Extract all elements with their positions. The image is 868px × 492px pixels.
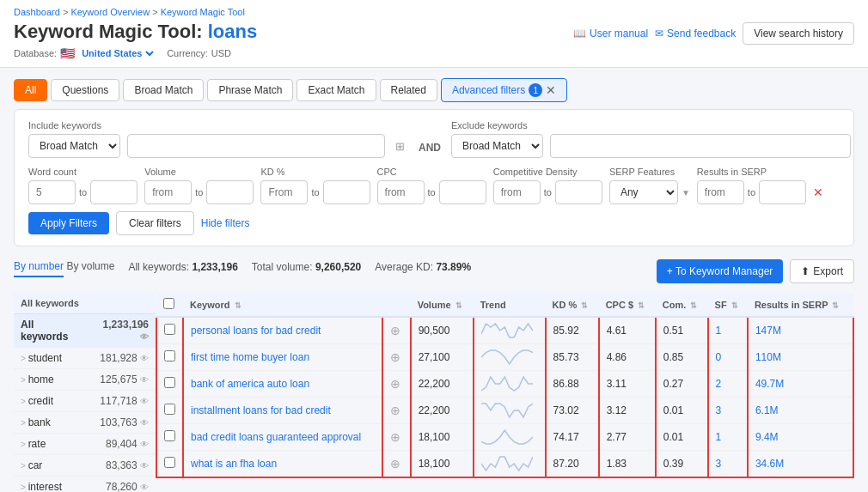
apply-filters-button[interactable]: Apply Filters — [28, 212, 109, 234]
eye-icon[interactable]: 👁 — [140, 397, 149, 406]
hide-filters-button[interactable]: Hide filters — [201, 217, 250, 229]
row-checkbox[interactable] — [164, 457, 175, 468]
eye-icon[interactable]: 👁 — [140, 375, 149, 385]
cpc-cell: 2.77 — [599, 424, 656, 451]
advanced-filters-button[interactable]: Advanced filters 1 ✕ — [441, 78, 567, 102]
close-filters-button[interactable]: ✕ — [546, 83, 556, 97]
word-count-from[interactable] — [28, 180, 76, 204]
col-sf[interactable]: SF ⇅ — [708, 293, 748, 317]
tabs-row: All Questions Broad Match Phrase Match E… — [14, 68, 854, 109]
sf-cell: 3 — [708, 451, 748, 478]
keyword-link[interactable]: personal loans for bad credit — [191, 325, 321, 337]
row-checkbox[interactable] — [164, 404, 175, 415]
results-serp-link[interactable]: 49.7M — [755, 378, 784, 390]
send-feedback-button[interactable]: ✉ Send feedback — [655, 27, 736, 39]
include-type-select[interactable]: Broad Match — [28, 134, 120, 158]
col-cpc[interactable]: CPC $ ⇅ — [599, 293, 656, 317]
eye-icon[interactable]: 👁 — [140, 332, 149, 342]
tab-phrase-match[interactable]: Phrase Match — [207, 79, 293, 101]
sidebar-item[interactable]: > rate 89,404 👁 — [14, 434, 156, 455]
add-keyword-icon[interactable]: ⊕ — [390, 430, 400, 444]
kd-to[interactable] — [323, 180, 370, 204]
row-checkbox[interactable] — [164, 324, 175, 335]
add-keyword-icon[interactable]: ⊕ — [390, 350, 400, 364]
keyword-link[interactable]: installment loans for bad credit — [191, 404, 331, 416]
group-by-volume-button[interactable]: By volume — [66, 257, 114, 277]
select-all-checkbox[interactable] — [163, 298, 174, 309]
keyword-link[interactable]: first time home buyer loan — [191, 351, 309, 363]
table-actions: + To Keyword Manager ⬆ Export — [657, 259, 854, 283]
col-com[interactable]: Com. ⇅ — [656, 293, 708, 317]
tab-related[interactable]: Related — [380, 79, 437, 101]
cpc-to[interactable] — [439, 180, 486, 204]
tab-questions[interactable]: Questions — [51, 79, 119, 101]
serp-features-select[interactable]: Any — [609, 180, 678, 204]
eye-icon[interactable]: 👁 — [140, 418, 149, 428]
sf-link[interactable]: 0 — [716, 351, 722, 363]
sf-link[interactable]: 3 — [716, 404, 722, 416]
breadcrumb-dashboard[interactable]: Dashboard — [14, 7, 60, 17]
view-history-button[interactable]: View search history — [743, 22, 854, 45]
sidebar-item[interactable]: > student 181,928 👁 — [14, 348, 156, 369]
col-kd[interactable]: KD % ⇅ — [546, 293, 599, 317]
results-serp-to[interactable] — [759, 180, 806, 204]
results-serp-link[interactable]: 34.6M — [755, 458, 784, 470]
to-keyword-manager-button[interactable]: + To Keyword Manager — [657, 259, 784, 283]
tab-exact-match[interactable]: Exact Match — [296, 79, 376, 101]
user-manual-button[interactable]: 📖 User manual — [573, 27, 648, 39]
eye-icon[interactable]: 👁 — [140, 483, 149, 492]
sidebar-item[interactable]: > home 125,675 👁 — [14, 369, 156, 391]
results-serp-link[interactable]: 147M — [755, 325, 781, 337]
sf-link[interactable]: 2 — [716, 378, 722, 390]
sidebar-item[interactable]: > car 83,363 👁 — [14, 455, 156, 477]
eye-icon[interactable]: 👁 — [140, 354, 149, 363]
row-checkbox[interactable] — [164, 350, 175, 361]
export-button[interactable]: ⬆ Export — [790, 259, 854, 283]
tab-all[interactable]: All — [14, 79, 47, 101]
keyword-link[interactable]: bank of america auto loan — [191, 378, 309, 390]
add-keyword-icon[interactable]: ⊕ — [390, 404, 400, 417]
clear-filters-button[interactable]: Clear filters — [116, 211, 194, 235]
sf-link[interactable]: 1 — [716, 431, 722, 443]
add-keyword-icon[interactable]: ⊕ — [390, 324, 400, 337]
volume-from[interactable] — [144, 180, 192, 204]
results-serp-link[interactable]: 110M — [755, 351, 781, 363]
sf-link[interactable]: 1 — [716, 325, 722, 337]
col-results[interactable]: Results in SERP ⇅ — [748, 293, 853, 317]
row-checkbox[interactable] — [164, 377, 175, 388]
results-serp-link[interactable]: 9.4M — [755, 431, 779, 443]
sidebar-item[interactable]: > bank 103,763 👁 — [14, 412, 156, 434]
comp-density-to[interactable] — [555, 180, 602, 204]
include-keywords-input[interactable] — [127, 134, 385, 158]
word-count-filter: Word count to — [28, 167, 138, 204]
sidebar-item[interactable]: All keywords 1,233,196 👁 — [14, 314, 156, 348]
cpc-from[interactable] — [377, 180, 425, 204]
add-keyword-icon[interactable]: ⊕ — [390, 377, 400, 391]
clear-results-serp-icon[interactable]: ✕ — [810, 185, 827, 199]
eye-icon[interactable]: 👁 — [140, 461, 149, 471]
sidebar-item[interactable]: > credit 117,718 👁 — [14, 391, 156, 412]
include-add-icon[interactable]: ⊞ — [392, 140, 408, 153]
exclude-type-select[interactable]: Broad Match — [451, 134, 543, 158]
sidebar-item[interactable]: > interest 78,260 👁 — [14, 477, 156, 493]
volume-cell: 22,200 — [411, 398, 474, 424]
results-serp-from[interactable] — [697, 180, 744, 204]
row-checkbox[interactable] — [164, 430, 175, 441]
keyword-link[interactable]: what is an fha loan — [191, 458, 277, 470]
group-by-number-button[interactable]: By number — [14, 257, 64, 277]
tab-broad-match[interactable]: Broad Match — [123, 79, 204, 101]
add-keyword-icon[interactable]: ⊕ — [390, 457, 400, 471]
results-serp-link[interactable]: 6.1M — [755, 404, 779, 416]
eye-icon[interactable]: 👁 — [140, 440, 149, 449]
exclude-keywords-input[interactable] — [550, 134, 851, 158]
database-select[interactable]: United States — [78, 47, 156, 59]
volume-to[interactable] — [206, 180, 254, 204]
col-keyword[interactable]: Keyword ⇅ — [183, 293, 382, 317]
col-volume[interactable]: Volume ⇅ — [411, 293, 474, 317]
comp-density-from[interactable] — [493, 180, 541, 204]
word-count-to[interactable] — [90, 180, 138, 204]
breadcrumb-keyword-overview[interactable]: Keyword Overview — [70, 7, 150, 17]
kd-from[interactable] — [260, 180, 308, 204]
keyword-link[interactable]: bad credit loans guaranteed approval — [191, 431, 361, 443]
sf-link[interactable]: 3 — [716, 458, 722, 470]
